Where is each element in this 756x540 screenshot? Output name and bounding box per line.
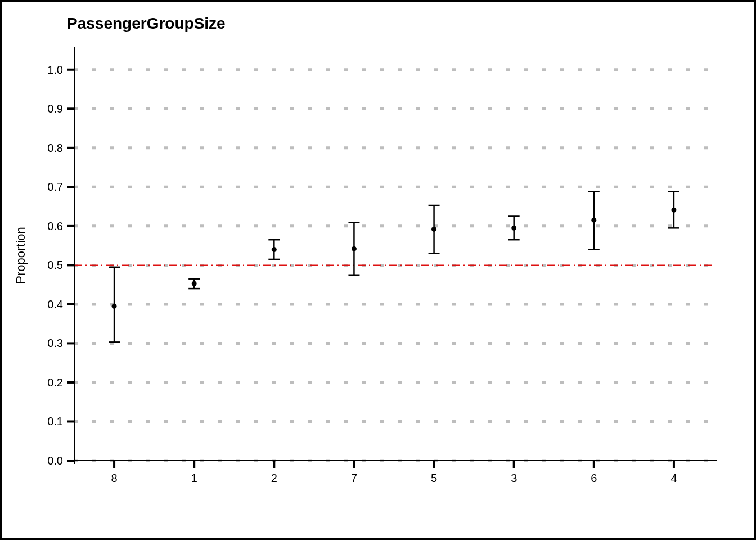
x-tick-label: 5 bbox=[431, 472, 437, 484]
y-tick-label: 0.7 bbox=[47, 181, 63, 193]
x-tick-label: 3 bbox=[511, 472, 517, 484]
data-point bbox=[352, 246, 357, 251]
x-tick-label: 8 bbox=[111, 472, 118, 484]
x-tick-label: 4 bbox=[670, 472, 677, 484]
y-axis-title: Proportion bbox=[14, 227, 28, 284]
y-tick-label: 0.8 bbox=[47, 142, 63, 154]
data-point bbox=[591, 218, 596, 223]
y-tick-label: 0.3 bbox=[47, 337, 63, 349]
data-point bbox=[112, 304, 117, 309]
y-tick-label: 0.4 bbox=[47, 298, 63, 310]
x-tick-label: 2 bbox=[271, 472, 277, 484]
chart-plot-area: 0.00.10.20.30.40.50.60.70.80.91.08127536… bbox=[2, 2, 754, 538]
y-tick-label: 0.2 bbox=[47, 376, 63, 389]
chart-title: PassengerGroupSize bbox=[67, 15, 226, 33]
x-tick-label: 7 bbox=[351, 472, 357, 484]
data-point bbox=[192, 281, 197, 286]
data-point bbox=[511, 226, 516, 231]
y-tick-label: 0.6 bbox=[47, 220, 63, 232]
y-tick-label: 0.9 bbox=[47, 102, 63, 115]
data-point bbox=[272, 247, 277, 252]
x-tick-label: 6 bbox=[591, 472, 597, 484]
y-tick-label: 0.5 bbox=[47, 259, 63, 271]
chart-frame: PassengerGroupSize 0.00.10.20.30.40.50.6… bbox=[0, 0, 756, 540]
data-point bbox=[671, 208, 676, 213]
data-point bbox=[431, 227, 436, 232]
y-tick-label: 0.1 bbox=[47, 415, 63, 428]
x-tick-label: 1 bbox=[191, 472, 197, 484]
y-tick-label: 1.0 bbox=[47, 64, 63, 76]
y-tick-label: 0.0 bbox=[47, 454, 63, 467]
